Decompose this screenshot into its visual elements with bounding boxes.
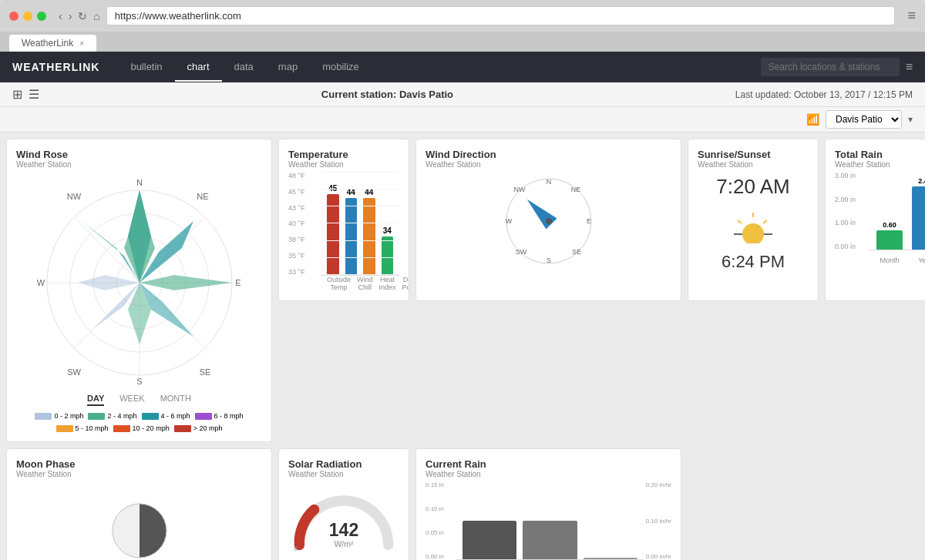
curr-rain-y-right: 0.20 in/hr 0.10 in/hr 0.00 in/hr xyxy=(645,481,671,560)
nav-bulletin[interactable]: bulletin xyxy=(118,53,174,82)
legend-6-8: 6 - 8 mph xyxy=(195,412,244,420)
svg-text:N: N xyxy=(136,178,143,187)
legend-color-3 xyxy=(142,413,159,420)
svg-line-40 xyxy=(738,220,742,223)
tab-day[interactable]: DAY xyxy=(87,394,104,406)
rain-x-axis: Month Year xyxy=(869,257,925,264)
compass: N S E W NE NW SE SW xyxy=(503,175,595,267)
svg-text:SW: SW xyxy=(515,248,526,256)
sunrise-time: 7:20 AM xyxy=(698,175,809,199)
nav-map[interactable]: map xyxy=(266,53,310,82)
curr-fill-day xyxy=(462,521,516,559)
wind-rose-chart: N S E W NE NW SE SW xyxy=(16,175,262,391)
tab-week[interactable]: WEEK xyxy=(119,394,144,406)
temperature-chart: 48 °F 45 °F 43 °F 40 °F 38 °F 35 °F 33 °… xyxy=(288,172,399,291)
tab-close-icon[interactable]: × xyxy=(79,39,84,48)
sunrise-title: Sunrise/Sunset xyxy=(698,149,809,160)
solar-title: Solar Radiation xyxy=(288,458,399,470)
legend-20plus: > 20 mph xyxy=(174,424,223,432)
y-axis: 48 °F 45 °F 43 °F 40 °F 38 °F 35 °F 33 °… xyxy=(288,172,318,276)
wind-rose-subtitle: Weather Station xyxy=(16,160,262,169)
forward-icon[interactable]: › xyxy=(69,10,72,22)
wind-rose-svg: N S E W NE NW SE SW xyxy=(32,175,247,391)
svg-text:NE: NE xyxy=(197,192,208,201)
nav-items: bulletin chart data map mobilize xyxy=(118,53,371,82)
bar-value-1: 45 xyxy=(328,184,337,193)
rain-y3: 1.00 in xyxy=(835,219,866,226)
moon-svg xyxy=(109,500,170,560)
legend-color-6 xyxy=(113,425,130,432)
legend-4-6: 4 - 6 mph xyxy=(142,412,190,420)
grid-icon[interactable]: ⊞ xyxy=(12,87,22,102)
total-rain-subtitle: Weather Station xyxy=(835,160,925,169)
station-select[interactable]: Davis Patio xyxy=(826,110,902,129)
menu-lines-icon[interactable]: ≡ xyxy=(906,60,913,74)
x-label-4: Dew Point xyxy=(402,276,409,291)
sun-icon-container xyxy=(698,205,809,246)
rain-val-month: 0.60 xyxy=(883,221,896,229)
rain-y-axis: 3.00 in 2.00 in 1.00 in 0.00 in xyxy=(835,172,866,250)
bar-wind-chill: 44 xyxy=(345,188,358,275)
curr-fill-rate xyxy=(584,558,637,559)
sun-svg xyxy=(730,205,776,243)
address-bar[interactable]: https://www.weatherlink.com xyxy=(106,6,896,25)
dropdown-arrow-icon: ▾ xyxy=(908,114,913,125)
svg-text:W: W xyxy=(505,217,512,225)
back-icon[interactable]: ‹ xyxy=(59,10,62,22)
browser-menu-icon[interactable]: ≡ xyxy=(907,8,916,24)
curr-y3: 0.05 in xyxy=(426,529,453,536)
total-rain-chart: 3.00 in 2.00 in 1.00 in 0.00 in 0.60 2 xyxy=(835,172,925,264)
curr-bar-day xyxy=(462,521,516,559)
sunset-time: 6:24 PM xyxy=(698,252,809,272)
legend-color-7 xyxy=(174,425,191,432)
solar-subtitle: Weather Station xyxy=(288,470,399,478)
y-label-7: 33 °F xyxy=(288,268,318,276)
window-controls xyxy=(9,12,46,21)
solar-radiation-card: Solar Radiation Weather Station 142 W/m²… xyxy=(278,448,409,560)
curr-y2: 0.10 in xyxy=(426,505,453,512)
x-axis: Outside Temp Wind Chill Heat Index Dew P… xyxy=(321,276,399,291)
moon-phase-subtitle: Weather Station xyxy=(16,470,262,478)
rain-fill-month xyxy=(876,230,903,250)
svg-text:S: S xyxy=(136,377,142,386)
wind-rose-title: Wind Rose xyxy=(16,149,262,160)
nav-chart[interactable]: chart xyxy=(175,53,222,82)
rain-bar-month: 0.60 xyxy=(876,221,903,250)
dashboard: Temperature Weather Station 48 °F 45 °F … xyxy=(0,132,925,560)
curr-y4: 0.00 in xyxy=(426,553,453,560)
rain-bar-year: 2.43 xyxy=(912,177,925,250)
list-icon[interactable]: ☰ xyxy=(29,87,39,102)
y-label-4: 40 °F xyxy=(288,220,318,227)
browser-window: ‹ › ↻ ⌂ https://www.weatherlink.com ≡ We… xyxy=(0,0,925,560)
legend-color-2 xyxy=(88,413,105,420)
home-icon[interactable]: ⌂ xyxy=(93,10,99,22)
curr-yr2: 0.10 in/hr xyxy=(645,518,671,525)
station-name: Davis Patio xyxy=(399,89,453,100)
svg-text:NW: NW xyxy=(66,192,81,201)
close-button[interactable] xyxy=(9,12,18,21)
curr-bar-rate xyxy=(584,558,637,559)
y-label-5: 38 °F xyxy=(288,236,318,243)
nav-mobilize[interactable]: mobilize xyxy=(310,53,372,82)
legend-label-2: 2 - 4 mph xyxy=(107,412,136,420)
search-input[interactable] xyxy=(761,58,900,76)
sunrise-subtitle: Weather Station xyxy=(698,160,809,169)
active-tab[interactable]: WeatherLink × xyxy=(9,35,96,52)
svg-text:0: 0 xyxy=(294,545,298,552)
legend-label-5: 5 - 10 mph xyxy=(76,424,109,432)
sunrise-display: 7:20 AM xyxy=(698,175,809,272)
solar-gauge-svg: 142 W/m² 0 xyxy=(288,485,399,554)
legend-label-4: 6 - 8 mph xyxy=(214,412,244,420)
temperature-card: Temperature Weather Station 48 °F 45 °F … xyxy=(278,139,409,301)
browser-navigation: ‹ › ↻ ⌂ xyxy=(59,10,100,22)
svg-text:142: 142 xyxy=(329,520,358,540)
svg-line-39 xyxy=(763,220,767,223)
maximize-button[interactable] xyxy=(37,12,46,21)
bar-heat-index: 44 xyxy=(363,188,375,275)
nav-data[interactable]: data xyxy=(222,53,266,82)
moon-phase-card: Moon Phase Weather Station Last Quarter xyxy=(6,448,272,560)
legend-color-5 xyxy=(56,425,73,432)
tab-month[interactable]: MONTH xyxy=(160,394,191,406)
minimize-button[interactable] xyxy=(23,12,32,21)
refresh-icon[interactable]: ↻ xyxy=(78,10,87,22)
